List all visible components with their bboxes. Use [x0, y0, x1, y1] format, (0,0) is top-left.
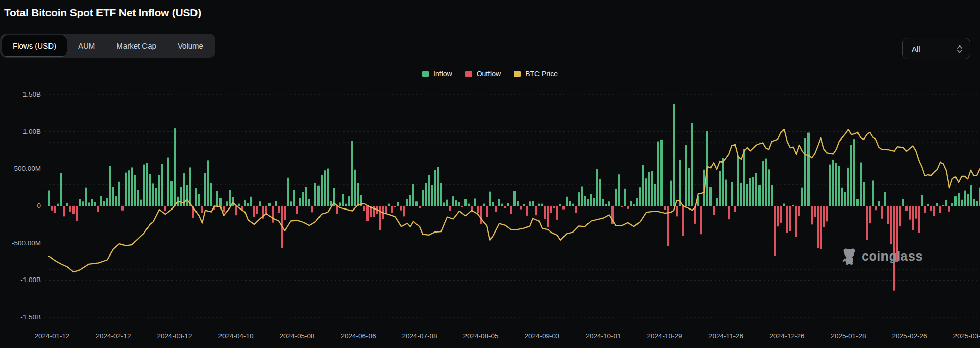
x-axis-tick-label: 2024-03-12	[157, 332, 192, 340]
y-axis-tick-label: -500.00M	[0, 239, 41, 247]
y-axis-tick-label: 500.00M	[0, 165, 41, 172]
x-axis-tick-label: 2024-02-12	[95, 332, 131, 340]
x-axis-tick-label: 2024-01-12	[34, 332, 69, 340]
x-axis-tick-label: 2025-03-26	[953, 332, 980, 340]
y-axis-tick-label: -1.00B	[0, 276, 41, 284]
y-axis-tick-label: 1.00B	[0, 128, 41, 135]
x-axis-tick-label: 2024-11-26	[708, 332, 743, 340]
etf-flow-dashboard: Total Bitcoin Spot ETF Net Inflow (USD) …	[0, 0, 980, 348]
x-axis-tick-label: 2024-06-06	[340, 332, 376, 340]
x-axis-tick-label: 2024-10-29	[647, 332, 682, 340]
flow-chart-canvas[interactable]	[0, 0, 980, 348]
y-axis-tick-label: -1.50B	[0, 313, 41, 321]
y-axis-tick-label: 0	[0, 202, 41, 210]
x-axis-tick-label: 2024-12-26	[769, 332, 804, 340]
x-axis-tick-label: 2025-01-28	[830, 332, 866, 340]
x-axis-tick-label: 2024-05-08	[279, 332, 314, 340]
coinglass-watermark: coinglass	[841, 247, 923, 265]
y-axis-tick-label: 1.50B	[0, 90, 41, 98]
x-axis-tick-label: 2025-02-26	[892, 332, 927, 340]
coinglass-bear-icon	[841, 247, 857, 265]
x-axis-tick-label: 2024-10-01	[585, 332, 621, 340]
x-axis-tick-label: 2024-09-03	[524, 332, 559, 340]
x-axis-tick-label: 2024-07-08	[402, 332, 437, 340]
x-axis-tick-label: 2024-04-10	[218, 332, 253, 340]
x-axis-tick-label: 2024-08-05	[463, 332, 498, 340]
coinglass-watermark-text: coinglass	[862, 249, 923, 264]
